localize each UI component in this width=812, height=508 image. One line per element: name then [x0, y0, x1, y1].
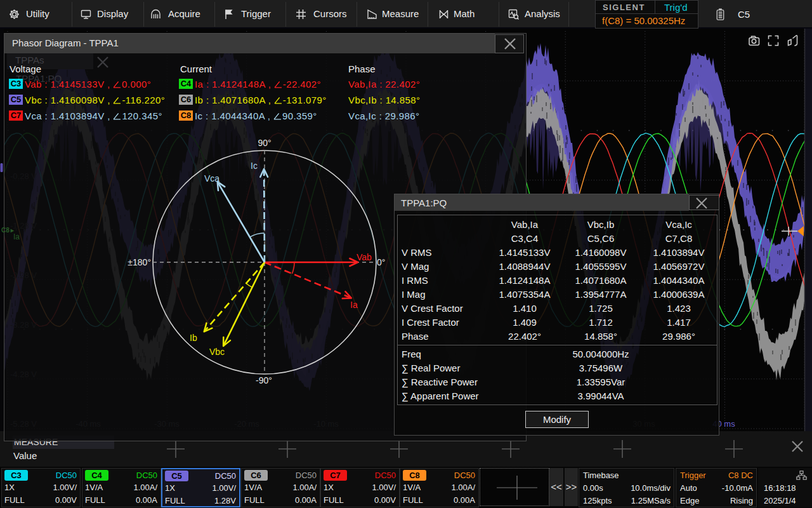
svg-text:Ib: Ib: [190, 333, 197, 343]
svg-text:-90°: -90°: [256, 375, 272, 385]
svg-text:Vab: Vab: [357, 252, 372, 262]
svg-text:Ia: Ia: [350, 300, 358, 310]
svg-text:Vca: Vca: [204, 173, 219, 184]
svg-text:90°: 90°: [258, 138, 271, 148]
svg-text:Ic: Ic: [251, 161, 258, 171]
svg-text:Vbc: Vbc: [209, 347, 225, 357]
svg-text:0°: 0°: [377, 257, 385, 267]
svg-text:±180°: ±180°: [128, 257, 151, 267]
